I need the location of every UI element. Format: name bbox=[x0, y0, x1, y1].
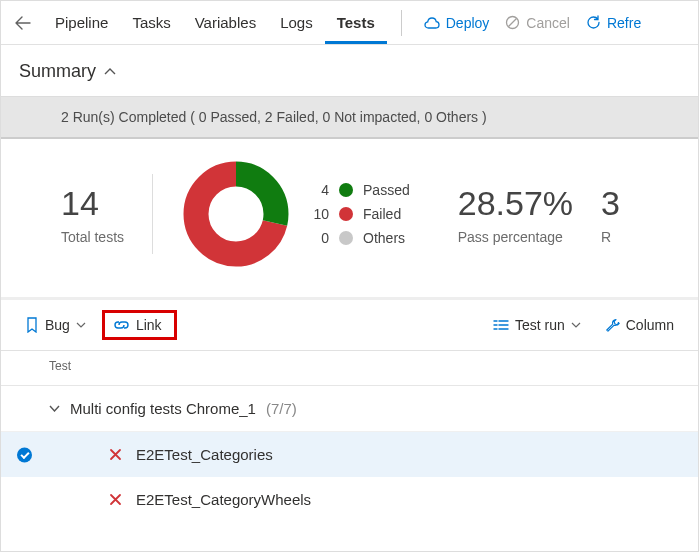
stats-row: 14 Total tests 4 Passed 10 Failed 0 bbox=[1, 139, 698, 300]
legend-passed: 4 Passed bbox=[307, 182, 410, 198]
cancel-icon bbox=[505, 15, 520, 30]
tab-tests[interactable]: Tests bbox=[325, 1, 387, 44]
legend-others: 0 Others bbox=[307, 230, 410, 246]
topbar: Pipeline Tasks Variables Logs Tests Depl… bbox=[1, 1, 698, 45]
tab-logs[interactable]: Logs bbox=[268, 1, 325, 44]
link-button[interactable]: Link bbox=[109, 315, 166, 335]
chevron-down-icon bbox=[76, 322, 86, 328]
group-count: (7/7) bbox=[266, 400, 297, 417]
legend-passed-count: 4 bbox=[307, 182, 329, 198]
fail-x-icon bbox=[109, 493, 122, 506]
test-run-button[interactable]: Test run bbox=[485, 313, 589, 337]
pass-percentage-value: 28.57% bbox=[458, 184, 573, 223]
column-label: Column bbox=[626, 317, 674, 333]
refresh-icon bbox=[586, 15, 601, 30]
bug-label: Bug bbox=[45, 317, 70, 333]
tab-variables[interactable]: Variables bbox=[183, 1, 268, 44]
link-label: Link bbox=[136, 317, 162, 333]
test-name: E2ETest_CategoryWheels bbox=[136, 491, 311, 508]
topbar-divider bbox=[401, 10, 402, 36]
test-row[interactable]: E2ETest_Categories bbox=[1, 432, 698, 477]
legend-others-label: Others bbox=[363, 230, 405, 246]
legend-failed-label: Failed bbox=[363, 206, 401, 222]
wrench-icon bbox=[605, 318, 620, 333]
back-arrow-icon[interactable] bbox=[15, 16, 31, 30]
dot-icon bbox=[339, 231, 353, 245]
legend-others-count: 0 bbox=[307, 230, 329, 246]
bug-icon bbox=[25, 317, 39, 333]
legend-passed-label: Passed bbox=[363, 182, 410, 198]
refresh-label: Refre bbox=[607, 15, 641, 31]
link-button-highlight: Link bbox=[102, 310, 177, 340]
list-icon bbox=[493, 318, 509, 332]
summary-header[interactable]: Summary bbox=[1, 45, 698, 96]
test-column-header: Test bbox=[1, 351, 698, 386]
test-group-row[interactable]: Multi config tests Chrome_1 (7/7) bbox=[1, 386, 698, 432]
group-name: Multi config tests Chrome_1 bbox=[70, 400, 256, 417]
legend-failed: 10 Failed bbox=[307, 206, 410, 222]
donut-block: 4 Passed 10 Failed 0 Others bbox=[181, 159, 410, 269]
pass-percentage-label: Pass percentage bbox=[458, 229, 573, 245]
tabs-row: Pipeline Tasks Variables Logs Tests bbox=[43, 1, 387, 44]
chevron-up-icon bbox=[104, 68, 116, 76]
runs-summary-bar: 2 Run(s) Completed ( 0 Passed, 2 Failed,… bbox=[1, 96, 698, 139]
deploy-button[interactable]: Deploy bbox=[416, 15, 498, 31]
chart-legend: 4 Passed 10 Failed 0 Others bbox=[307, 182, 410, 246]
donut-chart bbox=[181, 159, 291, 269]
svg-line-1 bbox=[509, 19, 517, 27]
tab-tasks[interactable]: Tasks bbox=[120, 1, 182, 44]
chevron-down-icon bbox=[571, 322, 581, 328]
summary-title: Summary bbox=[19, 61, 96, 82]
cutoff-stat-block: 3 R bbox=[601, 184, 620, 245]
total-tests-label: Total tests bbox=[61, 229, 124, 245]
total-tests-value: 14 bbox=[61, 184, 124, 223]
legend-failed-count: 10 bbox=[307, 206, 329, 222]
refresh-button[interactable]: Refre bbox=[578, 15, 649, 31]
tab-pipeline[interactable]: Pipeline bbox=[43, 1, 120, 44]
stats-divider bbox=[152, 174, 153, 254]
test-row[interactable]: E2ETest_CategoryWheels bbox=[1, 477, 698, 522]
cutoff-value: 3 bbox=[601, 184, 620, 223]
test-name: E2ETest_Categories bbox=[136, 446, 273, 463]
cutoff-label: R bbox=[601, 229, 620, 245]
test-run-label: Test run bbox=[515, 317, 565, 333]
fail-x-icon bbox=[109, 448, 122, 461]
dot-icon bbox=[339, 207, 353, 221]
cancel-button: Cancel bbox=[497, 15, 578, 31]
bug-button[interactable]: Bug bbox=[17, 313, 94, 337]
top-actions: Deploy Cancel Refre bbox=[416, 15, 649, 31]
link-icon bbox=[113, 319, 130, 331]
column-options-button[interactable]: Column bbox=[597, 313, 682, 337]
cancel-label: Cancel bbox=[526, 15, 570, 31]
cloud-icon bbox=[424, 17, 440, 29]
chevron-down-icon bbox=[49, 405, 60, 412]
results-toolbar: Bug Link Test run Column bbox=[1, 300, 698, 351]
dot-icon bbox=[339, 183, 353, 197]
total-tests-block: 14 Total tests bbox=[61, 184, 124, 245]
pass-percentage-block: 28.57% Pass percentage bbox=[458, 184, 573, 245]
deploy-label: Deploy bbox=[446, 15, 490, 31]
